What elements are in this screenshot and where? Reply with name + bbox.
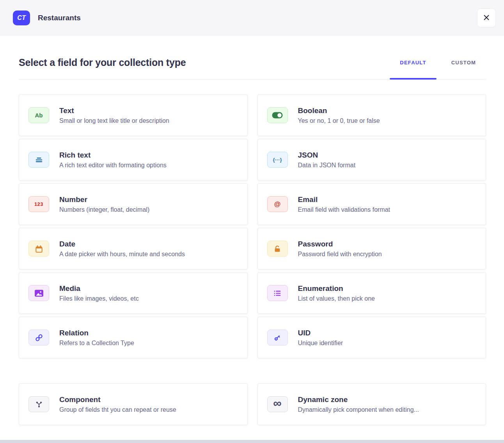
field-title: Number [59,195,149,204]
branch-icon [28,396,49,412]
field-card-text[interactable]: Ab Text Small or long text like title or… [19,94,248,136]
field-title: Component [59,395,176,404]
picture-icon [28,285,49,301]
page-title: Select a field for your collection type [19,57,186,68]
field-description: Yes or no, 1 or 0, true or false [298,117,380,124]
field-title: Email [298,195,390,204]
field-title: Enumeration [298,284,375,293]
field-description: Files like images, videos, etc [59,295,139,302]
tab-default[interactable]: DEFAULT [390,59,436,66]
heading-row: Select a field for your collection type … [19,57,486,80]
field-card-uid[interactable]: UID Unique identifier [257,317,486,358]
rich-text-lines-icon [28,152,49,168]
field-card-boolean[interactable]: Boolean Yes or no, 1 or 0, true or false [257,94,486,136]
field-description: A rich text editor with formating option… [59,162,167,169]
field-description: Group of fields tht you can repeat or re… [59,406,176,413]
field-card-email[interactable]: @ Email Email field with validations for… [257,183,486,225]
field-card-enumeration[interactable]: Enumeration List of values, then pick on… [257,272,486,314]
field-card-rich-text[interactable]: Rich text A rich text editor with format… [19,139,248,181]
field-card-json[interactable]: {···} JSON Data in JSON format [257,139,486,181]
field-title: Text [59,106,169,115]
field-card-media[interactable]: Media Files like images, videos, etc [19,272,248,314]
modal-header: CT Restaurants [0,0,504,36]
field-card-password[interactable]: Password Password field with encryption [257,228,486,269]
field-title: Password [298,240,382,248]
tab-bar: DEFAULT CUSTOM [390,59,486,66]
calendar-icon [28,241,49,257]
bullet-list-icon [267,285,288,301]
field-card-component[interactable]: Component Group of fields tht you can re… [19,383,248,425]
toggle-icon [267,107,288,123]
field-description: Numbers (integer, float, decimal) [59,206,149,213]
field-grid: Ab Text Small or long text like title or… [19,94,486,358]
key-icon [267,330,288,346]
number-123-icon: 123 [28,196,49,212]
collection-type-badge: CT [13,11,30,25]
modal-title: Restaurants [38,14,477,22]
email-at-icon: @ [267,196,288,212]
background-page-edge [0,440,504,443]
close-button[interactable] [477,9,496,27]
field-title: Date [59,240,185,248]
field-title: Media [59,284,139,293]
field-card-number[interactable]: 123 Number Numbers (integer, float, deci… [19,183,248,225]
field-card-date[interactable]: Date A date picker with hours, minute an… [19,228,248,269]
field-description: Email field with validations format [298,206,390,213]
lock-icon [267,241,288,257]
field-description: List of values, then pick one [298,295,375,302]
field-description: Dynamically pick component when editing.… [298,406,419,413]
field-title: Relation [59,329,134,337]
field-description: Unique identifier [298,340,343,347]
field-title: Boolean [298,106,380,115]
modal-body: Select a field for your collection type … [0,57,504,425]
field-description: Data in JSON format [298,162,356,169]
field-title: JSON [298,151,356,159]
field-card-relation[interactable]: Relation Refers to a Collection Type [19,317,248,358]
tab-custom[interactable]: CUSTOM [441,59,486,66]
field-description: Password field with encryption [298,251,382,258]
field-card-dynamic-zone[interactable]: ∞ Dynamic zone Dynamically pick componen… [257,383,486,425]
infinity-icon: ∞ [267,396,288,412]
text-icon: Ab [28,107,49,123]
field-description: Small or long text like title or descrip… [59,117,169,124]
json-braces-icon: {···} [267,152,288,168]
field-title: Rich text [59,151,167,159]
field-title: Dynamic zone [298,395,419,404]
chain-link-icon [28,330,49,346]
field-title: UID [298,329,343,337]
field-description: Refers to a Collection Type [59,340,134,347]
advanced-field-grid: Component Group of fields tht you can re… [19,383,486,425]
collection-type-badge-label: CT [17,14,25,21]
field-description: A date picker with hours, minute and sec… [59,251,185,258]
close-icon [483,14,490,22]
